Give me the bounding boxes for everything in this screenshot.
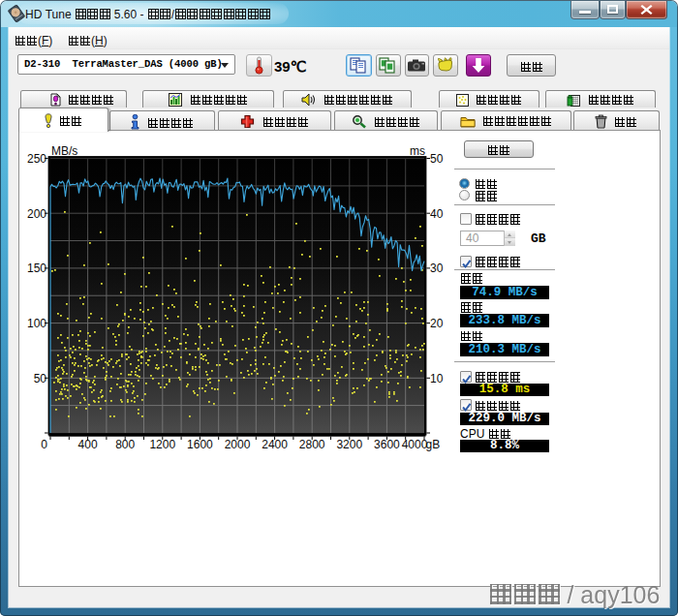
svg-text:2000: 2000 (225, 438, 251, 451)
svg-text:ms: ms (410, 144, 425, 158)
svg-text:50: 50 (430, 152, 444, 166)
svg-text:1200: 1200 (149, 438, 175, 451)
svg-text:250: 250 (27, 152, 46, 166)
svg-text:3200: 3200 (336, 438, 362, 451)
svg-text:400: 400 (78, 438, 98, 451)
svg-text:20: 20 (430, 317, 444, 330)
svg-text:2400: 2400 (262, 438, 288, 451)
svg-text:800: 800 (115, 438, 135, 451)
svg-text:0: 0 (41, 438, 47, 451)
svg-text:100: 100 (27, 317, 46, 330)
svg-text:30: 30 (430, 262, 444, 275)
svg-text:3600: 3600 (374, 438, 400, 451)
svg-text:50: 50 (34, 372, 47, 385)
svg-text:2800: 2800 (299, 438, 325, 451)
svg-text:4000: 4000 (402, 438, 428, 451)
svg-text:40: 40 (430, 207, 444, 221)
svg-text:10: 10 (430, 372, 444, 385)
svg-text:MB/s: MB/s (51, 144, 77, 158)
svg-text:150: 150 (27, 262, 46, 275)
svg-text:200: 200 (27, 207, 46, 221)
svg-text:1600: 1600 (187, 438, 213, 451)
svg-text:gB: gB (426, 438, 441, 451)
